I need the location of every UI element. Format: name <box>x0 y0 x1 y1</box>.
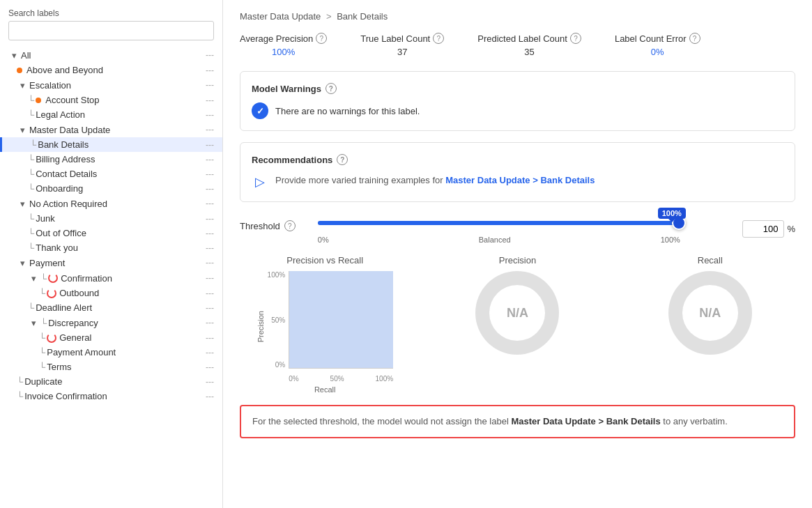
sidebar-item-billing-address[interactable]: └ Billing Address --- <box>0 152 222 167</box>
sidebar: Search labels All --- Above and Beyond -… <box>0 0 223 508</box>
threshold-label: Threshold <box>240 221 280 231</box>
stat-value: 37 <box>360 47 444 57</box>
sidebar-item-label: Thank you <box>36 243 203 253</box>
search-label: Search labels <box>8 8 214 18</box>
expand-arrow <box>17 124 28 135</box>
breadcrumb-separator: > <box>326 11 334 22</box>
stat-value: 35 <box>477 47 581 57</box>
slider-tooltip: 100% <box>658 208 686 219</box>
card-title-text: Model Warnings <box>252 84 321 94</box>
info-icon[interactable]: ? <box>325 83 337 94</box>
slider-labels: 0% Balanced 100% <box>318 236 680 244</box>
info-icon[interactable]: ? <box>337 154 348 165</box>
sidebar-item-label: Confirmation <box>61 273 203 284</box>
sidebar-item-contact-details[interactable]: └ Contact Details --- <box>0 167 222 181</box>
sidebar-item-payment[interactable]: Payment --- <box>0 255 222 270</box>
stat-label-text: True Label Count <box>360 33 430 44</box>
x-axis-label: Recall <box>314 385 336 394</box>
donut-label: N/A <box>507 306 528 321</box>
chart-title: Precision <box>432 255 602 265</box>
chart-area: 100% 50% 0% 0% 50% 100% <box>268 271 393 383</box>
threshold-section: Threshold ? 100% 0% Balance <box>240 213 795 244</box>
sidebar-item-label: Duplicate <box>24 376 203 387</box>
sidebar-item-escalation[interactable]: Escalation --- <box>0 77 222 93</box>
main-content: Master Data Update > Bank Details Averag… <box>223 0 812 508</box>
sidebar-item-junk[interactable]: └ Junk --- <box>0 211 222 226</box>
sidebar-item-label: All <box>21 50 203 61</box>
info-icon[interactable]: ? <box>284 220 296 231</box>
recommendations-card: Recommendations ? ▷ Provide more varied … <box>240 142 795 202</box>
sidebar-item-terms[interactable]: └ Terms --- <box>0 360 222 374</box>
info-icon[interactable]: ? <box>689 33 700 44</box>
sidebar-item-account-stop[interactable]: └ Account Stop --- <box>0 93 222 107</box>
stat-label-text: Predicted Label Count <box>477 33 567 44</box>
sidebar-item-out-of-office[interactable]: └ Out of Office --- <box>0 226 222 240</box>
stat-predicted-label-count: Predicted Label Count ? 35 <box>477 33 581 57</box>
info-icon[interactable]: ? <box>570 33 581 44</box>
chart-title: Precision vs Recall <box>240 255 410 265</box>
chart-title: Recall <box>625 255 795 265</box>
sidebar-item-label: Payment <box>29 258 203 268</box>
sidebar-item-label: Outbound <box>59 288 203 298</box>
alert-text-suffix: to any verbatim. <box>661 416 728 426</box>
sidebar-item-label: Payment Amount <box>47 347 203 357</box>
alert-box: For the selected threshold, the model wo… <box>240 405 795 438</box>
sidebar-item-label: Bank Details <box>38 139 203 150</box>
sidebar-item-above-beyond[interactable]: Above and Beyond --- <box>0 63 222 77</box>
sidebar-item-onboarding[interactable]: └ Onboarding --- <box>0 181 222 196</box>
search-input[interactable] <box>8 21 214 40</box>
warning-message: There are no warnings for this label. <box>275 106 420 116</box>
sidebar-item-outbound[interactable]: └ Outbound --- <box>0 286 222 300</box>
expand-arrow <box>17 198 28 209</box>
recall-donut-chart: Recall N/A <box>625 255 795 355</box>
slider-label-max: 100% <box>661 236 680 244</box>
threshold-row: Threshold ? 100% 0% Balance <box>240 213 795 244</box>
recommendation-content: ▷ Provide more varied training examples … <box>252 174 783 190</box>
sidebar-item-duplicate[interactable]: └ Duplicate --- <box>0 374 222 389</box>
sidebar-item-thank-you[interactable]: └ Thank you --- <box>0 240 222 255</box>
status-dot-orange <box>36 98 41 103</box>
threshold-input-group: % <box>742 220 795 238</box>
sidebar-item-master-data-update[interactable]: Master Data Update --- <box>0 122 222 137</box>
sidebar-item-no-action-required[interactable]: No Action Required --- <box>0 196 222 211</box>
sidebar-item-label: Escalation <box>29 80 203 91</box>
stat-label-text: Average Precision <box>240 33 313 44</box>
info-icon[interactable]: ? <box>433 33 444 44</box>
loading-icon <box>47 288 56 298</box>
search-section: Search labels <box>0 8 222 47</box>
expand-arrow <box>17 79 28 91</box>
sidebar-item-general[interactable]: └ General --- <box>0 330 222 345</box>
chart-wrapper: Precision 100% 50% 0% <box>256 271 393 383</box>
card-title: Recommendations ? <box>252 154 783 165</box>
precision-vs-recall-chart: Precision vs Recall Precision 100% 50% 0… <box>240 255 410 394</box>
expand-arrow <box>8 49 20 61</box>
sidebar-item-payment-amount[interactable]: └ Payment Amount --- <box>0 345 222 360</box>
sidebar-item-label: Junk <box>36 213 203 224</box>
plot-area <box>289 271 393 369</box>
sidebar-item-confirmation[interactable]: └ Confirmation --- <box>0 270 222 286</box>
sidebar-item-label: Discrepancy <box>48 318 203 328</box>
chart-outer: Precision 100% 50% 0% <box>240 271 410 394</box>
alert-text-prefix: For the selected threshold, the model wo… <box>252 416 511 426</box>
info-icon[interactable]: ? <box>316 33 327 44</box>
threshold-input[interactable] <box>742 220 784 238</box>
sidebar-item-label: Account Stop <box>45 95 203 105</box>
sidebar-item-invoice-confirmation[interactable]: └ Invoice Confirmation --- <box>0 389 222 403</box>
sidebar-item-discrepancy[interactable]: └ Discrepancy --- <box>0 315 222 330</box>
flag-icon: ▷ <box>252 174 268 190</box>
sidebar-item-label: Deadline Alert <box>36 302 203 313</box>
slider-fill <box>318 221 680 225</box>
sidebar-item-all[interactable]: All --- <box>0 47 222 63</box>
slider-label-min: 0% <box>318 236 329 244</box>
sidebar-item-deadline-alert[interactable]: └ Deadline Alert --- <box>0 300 222 315</box>
alert-text-bold: Master Data Update > Bank Details <box>511 416 660 426</box>
sidebar-item-label: Master Data Update <box>29 125 203 135</box>
sidebar-item-bank-details[interactable]: └ Bank Details --- <box>0 137 222 152</box>
breadcrumb-part-2: Bank Details <box>337 11 388 22</box>
sidebar-item-legal-action[interactable]: └ Legal Action --- <box>0 107 222 122</box>
sidebar-item-label: Onboarding <box>36 183 203 194</box>
charts-row: Precision vs Recall Precision 100% 50% 0… <box>240 255 795 394</box>
sidebar-item-label: Terms <box>47 362 203 372</box>
stat-label-text: Label Count Error <box>615 33 687 44</box>
stat-value: 100% <box>240 47 327 57</box>
